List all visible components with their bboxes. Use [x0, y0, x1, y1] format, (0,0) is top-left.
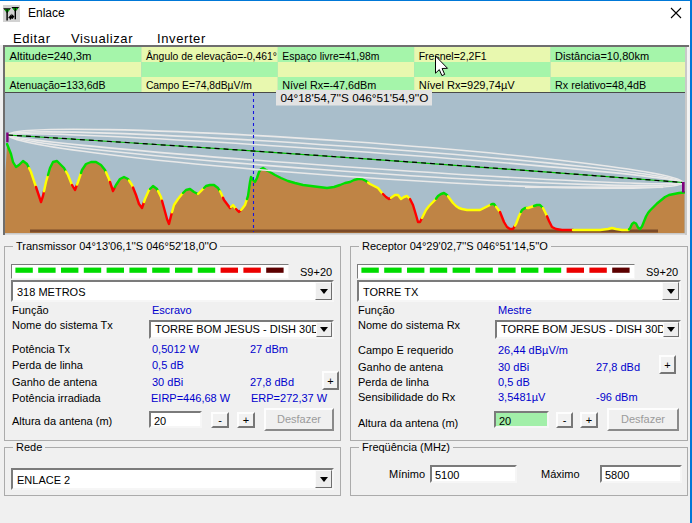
svg-text:04°18'54,7''S 046°51'54,9''O: 04°18'54,7''S 046°51'54,9''O [281, 92, 429, 104]
svg-text:Atenuação=133,6dB: Atenuação=133,6dB [10, 79, 106, 91]
svg-text:Distância=10,80km: Distância=10,80km [555, 50, 649, 62]
svg-text:Fresnel=2,2F1: Fresnel=2,2F1 [419, 50, 487, 62]
svg-text:Espaço livre=41,98m: Espaço livre=41,98m [282, 50, 379, 62]
svg-text:Nível Rx=-47,6dBm: Nível Rx=-47,6dBm [282, 79, 376, 91]
svg-text:Rx relativo=48,4dB: Rx relativo=48,4dB [555, 79, 646, 91]
svg-text:Ângulo de elevação=-0,461°: Ângulo de elevação=-0,461° [146, 50, 277, 62]
svg-text:Campo E=74,8dBµV/m: Campo E=74,8dBµV/m [146, 79, 252, 91]
svg-text:Altitude=240,3m: Altitude=240,3m [10, 50, 92, 62]
svg-text:Nível Rx=929,74µV: Nível Rx=929,74µV [419, 79, 516, 91]
